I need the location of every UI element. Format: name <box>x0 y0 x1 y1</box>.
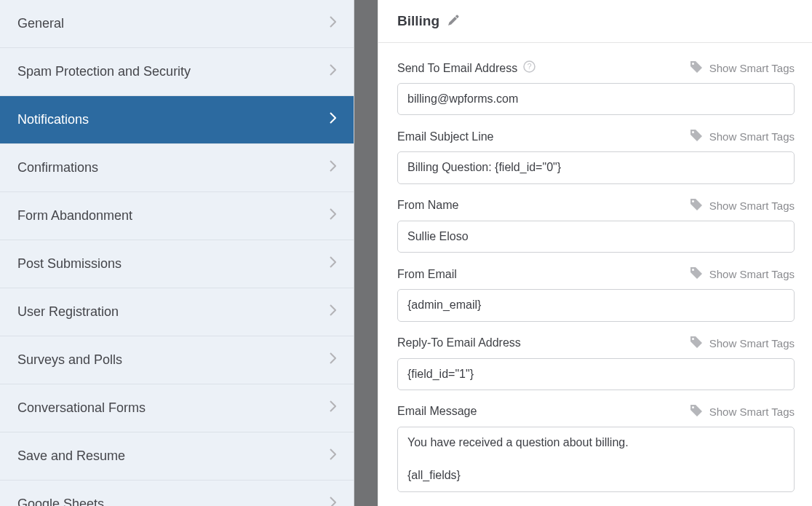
pencil-icon[interactable] <box>448 13 459 29</box>
notification-settings-panel: Billing Send To Email Address ? Show Sma… <box>378 0 812 506</box>
sidebar-item-save-resume[interactable]: Save and Resume <box>0 432 354 481</box>
chevron-right-icon <box>330 112 336 127</box>
field-from-name: From Name Show Smart Tags <box>397 198 795 253</box>
sidebar-item-user-registration[interactable]: User Registration <box>0 288 354 336</box>
smart-tags-label: Show Smart Tags <box>709 406 795 418</box>
sidebar-item-label: General <box>17 16 64 31</box>
field-label-text: From Name <box>397 199 458 212</box>
chevron-right-icon <box>330 208 336 224</box>
sidebar-item-form-abandonment[interactable]: Form Abandonment <box>0 192 354 240</box>
tag-icon <box>690 60 703 76</box>
field-reply-to: Reply-To Email Address Show Smart Tags <box>397 336 795 390</box>
sidebar-item-label: User Registration <box>17 304 119 320</box>
chevron-right-icon <box>330 352 336 368</box>
show-smart-tags[interactable]: Show Smart Tags <box>690 129 795 144</box>
tag-icon <box>690 266 703 282</box>
tag-icon <box>690 336 703 351</box>
sidebar-item-label: Google Sheets <box>17 497 104 506</box>
show-smart-tags[interactable]: Show Smart Tags <box>690 266 795 282</box>
show-smart-tags[interactable]: Show Smart Tags <box>690 404 795 419</box>
field-label-text: Email Message <box>397 405 477 418</box>
smart-tags-label: Show Smart Tags <box>709 62 795 74</box>
sidebar-item-label: Form Abandonment <box>17 208 132 224</box>
field-from-email: From Email Show Smart Tags <box>397 266 795 321</box>
email-message-textarea[interactable] <box>397 427 795 492</box>
chevron-right-icon <box>330 448 336 464</box>
sidebar-item-conversational-forms[interactable]: Conversational Forms <box>0 384 354 432</box>
show-smart-tags[interactable]: Show Smart Tags <box>690 60 795 76</box>
sidebar-item-google-sheets[interactable]: Google Sheets <box>0 481 354 506</box>
panel-divider <box>354 0 378 506</box>
sidebar-item-spam-protection[interactable]: Spam Protection and Security <box>0 48 354 96</box>
sidebar-item-label: Spam Protection and Security <box>17 64 191 79</box>
from-name-input[interactable] <box>397 221 795 253</box>
subject-input[interactable] <box>397 151 795 183</box>
chevron-right-icon <box>330 64 336 79</box>
from-email-input[interactable] <box>397 289 795 321</box>
tag-icon <box>690 198 703 213</box>
show-smart-tags[interactable]: Show Smart Tags <box>690 336 795 351</box>
field-subject: Email Subject Line Show Smart Tags <box>397 129 795 183</box>
sidebar-item-confirmations[interactable]: Confirmations <box>0 144 354 192</box>
sidebar-item-label: Save and Resume <box>17 448 125 464</box>
field-label-text: Reply-To Email Address <box>397 336 521 349</box>
field-label-text: Email Subject Line <box>397 130 494 143</box>
chevron-right-icon <box>330 160 336 175</box>
tag-icon <box>690 129 703 144</box>
sidebar-item-label: Surveys and Polls <box>17 352 122 368</box>
smart-tags-label: Show Smart Tags <box>709 337 795 349</box>
settings-sidebar: General Spam Protection and Security Not… <box>0 0 354 506</box>
sidebar-item-label: Notifications <box>17 112 89 127</box>
sidebar-item-surveys-polls[interactable]: Surveys and Polls <box>0 336 354 384</box>
chevron-right-icon <box>330 497 336 506</box>
sidebar-item-post-submissions[interactable]: Post Submissions <box>0 240 354 288</box>
chevron-right-icon <box>330 304 336 320</box>
sidebar-item-label: Confirmations <box>17 160 98 175</box>
sidebar-item-label: Post Submissions <box>17 256 122 272</box>
smart-tags-label: Show Smart Tags <box>709 268 795 280</box>
field-email-message: Email Message Show Smart Tags <box>397 404 795 495</box>
chevron-right-icon <box>330 256 336 272</box>
field-label-text: Send To Email Address <box>397 62 517 75</box>
help-icon[interactable]: ? <box>523 60 536 76</box>
form-body: Send To Email Address ? Show Smart Tags … <box>378 43 812 495</box>
show-smart-tags[interactable]: Show Smart Tags <box>690 198 795 213</box>
sidebar-item-general[interactable]: General <box>0 0 354 48</box>
chevron-right-icon <box>330 16 336 31</box>
field-label-text: From Email <box>397 268 457 281</box>
smart-tags-label: Show Smart Tags <box>709 199 795 212</box>
sidebar-item-label: Conversational Forms <box>17 400 146 416</box>
svg-text:?: ? <box>528 62 532 71</box>
chevron-right-icon <box>330 400 336 416</box>
sidebar-item-notifications[interactable]: Notifications <box>0 96 354 144</box>
smart-tags-label: Show Smart Tags <box>709 130 795 143</box>
reply-to-input[interactable] <box>397 358 795 390</box>
section-title: Billing <box>397 13 439 29</box>
field-send-to: Send To Email Address ? Show Smart Tags <box>397 60 795 115</box>
tag-icon <box>690 404 703 419</box>
send-to-input[interactable] <box>397 83 795 115</box>
section-header: Billing <box>378 0 812 43</box>
